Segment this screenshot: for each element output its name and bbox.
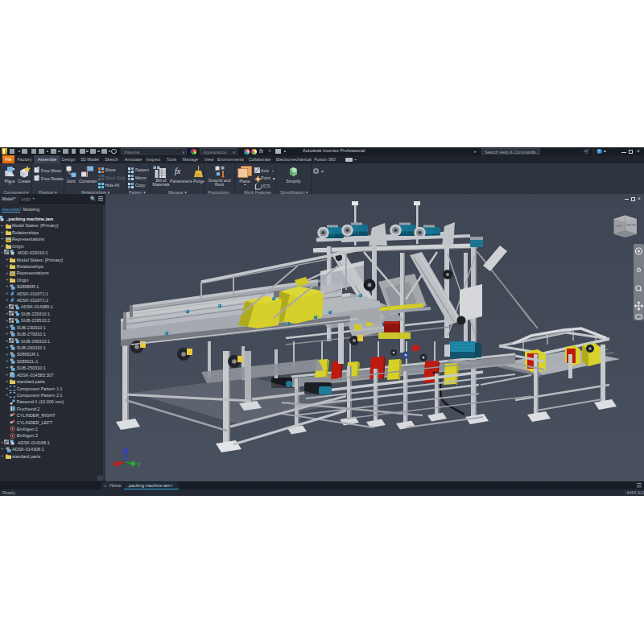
- svg-text:Y: Y: [138, 462, 141, 467]
- svg-text:Z: Z: [124, 448, 126, 452]
- svg-text:FRONT: FRONT: [627, 224, 637, 227]
- svg-text:X: X: [112, 462, 115, 467]
- svg-text:LEFT: LEFT: [616, 225, 622, 228]
